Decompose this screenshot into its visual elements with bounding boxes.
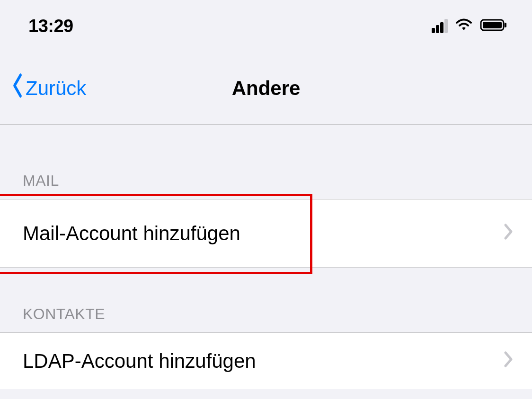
list-item-add-ldap-account[interactable]: LDAP-Account hinzufügen [0,332,532,389]
navigation-bar: Zurück Andere [0,52,532,125]
content-area: MAIL Mail-Account hinzufügen KONTAKTE LD… [0,125,532,389]
list-item-label: LDAP-Account hinzufügen [23,350,256,373]
status-icons [432,18,508,34]
status-bar: 13:29 [0,0,532,52]
status-time: 13:29 [28,16,73,36]
chevron-right-icon [504,222,513,245]
svg-rect-2 [505,23,506,27]
chevron-right-icon [504,350,513,373]
section-header-mail: MAIL [0,125,532,199]
page-title: Andere [232,77,301,100]
list-item-label: Mail-Account hinzufügen [23,222,240,245]
wifi-icon [454,18,473,34]
chevron-left-icon [13,73,23,104]
battery-icon [480,18,508,34]
back-label: Zurück [26,77,86,100]
back-button[interactable]: Zurück [0,73,86,104]
list-item-add-mail-account[interactable]: Mail-Account hinzufügen [0,199,532,268]
section-header-contacts: KONTAKTE [0,268,532,332]
cellular-icon [432,19,448,33]
svg-rect-1 [483,22,502,28]
